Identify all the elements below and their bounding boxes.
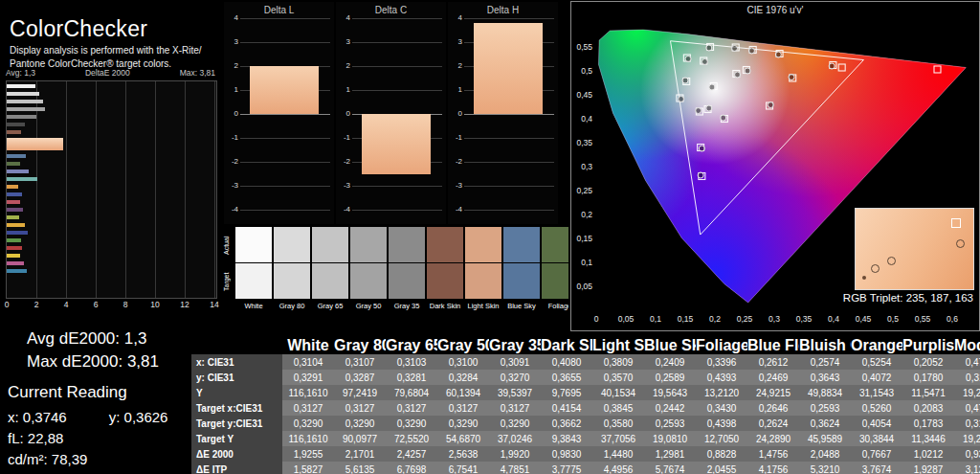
patch-target-swatch — [350, 263, 387, 299]
table-cell: 6,7541 — [437, 462, 489, 474]
table-cell: 3,7775 — [541, 462, 592, 474]
patch-gray-35[interactable]: Gray 35 — [389, 227, 425, 316]
table-cell: 0,2469 — [747, 370, 799, 385]
table-cell: 12,7050 — [696, 431, 747, 446]
y-readout: y: 0,3626 — [109, 409, 168, 425]
table-cell: 1,4756 — [747, 446, 799, 462]
table-cell: 1,4480 — [592, 446, 644, 462]
patch-white[interactable]: White — [235, 227, 272, 316]
svg-text:0,15: 0,15 — [576, 234, 592, 243]
gridline — [352, 18, 442, 19]
table-cell: 4,7851 — [489, 462, 541, 474]
table-cell: 37,0246 — [489, 431, 541, 446]
patch-target-swatch — [389, 263, 425, 299]
x-tick-label: 0 — [5, 300, 10, 309]
rgb-triplet-readout: RGB Triplet: 235, 187, 163 — [843, 292, 973, 304]
deltae-bar-red — [7, 246, 22, 250]
patch-foliage[interactable]: Foliage — [542, 227, 568, 316]
table-cell: 0,3845 — [592, 400, 644, 416]
gridline — [352, 42, 442, 43]
x-tick-label: 6 — [94, 300, 99, 309]
y-tick-label: 2 — [337, 61, 350, 70]
table-cell: 6,7698 — [386, 462, 437, 474]
deltae-bar-white — [7, 84, 35, 88]
patch-actual-swatch — [465, 227, 501, 262]
gridline — [464, 18, 554, 19]
row-label: Target Y — [191, 431, 282, 446]
row-label: Y — [191, 385, 282, 400]
table-cell: 0,3110 — [954, 370, 980, 385]
svg-text:0,25: 0,25 — [737, 314, 753, 324]
table-cell: 0,4054 — [851, 416, 902, 431]
table-cell: 0,3270 — [489, 370, 541, 385]
x-tick-label: 4 — [64, 300, 69, 309]
deltae-x-axis: 02468101214 — [6, 300, 215, 311]
y-tick-label: 3 — [337, 37, 350, 46]
cie-zoom-inset — [855, 208, 974, 290]
measurement-table-wrap: WhiteGray 80Gray 65Gray 50Gray 35Dark Sk… — [191, 337, 980, 474]
table-cell: 11,5471 — [902, 385, 954, 400]
inset-measurement-ring — [871, 264, 880, 273]
gridline — [464, 114, 554, 115]
table-cell: 1,5827 — [282, 462, 334, 474]
y-tick-label: -2 — [449, 157, 462, 166]
patch-light-skin[interactable]: Light Skin — [465, 227, 501, 316]
x-tick-label: 14 — [210, 300, 218, 309]
table-cell: 0,3290 — [437, 416, 489, 431]
deltae-bar-purplish-blue — [7, 192, 22, 196]
target-row-label: Target — [223, 265, 234, 299]
table-cell: 72,5520 — [386, 431, 437, 446]
gridline — [352, 66, 442, 67]
patch-label: Light Skin — [465, 299, 501, 310]
row-label: y: CIE31 — [191, 370, 282, 385]
svg-text:0,05: 0,05 — [576, 282, 592, 291]
svg-text:0,2: 0,2 — [581, 210, 592, 219]
deltae-chart-title: DeltaE 2000 — [85, 68, 130, 78]
deltae-bar-black — [7, 123, 25, 126]
deltae-bar-chart — [6, 80, 217, 299]
table-cell: 4,4956 — [592, 462, 644, 474]
patch-dark-skin[interactable]: Dark Skin — [427, 227, 463, 316]
y-tick-label: -4 — [225, 205, 238, 214]
svg-text:0,25: 0,25 — [576, 186, 592, 195]
table-cell: 5,6135 — [334, 462, 386, 474]
svg-text:0,4: 0,4 — [828, 314, 839, 324]
gridline — [464, 186, 554, 187]
colorchecker-app: ColorChecker Display analysis is perform… — [0, 0, 980, 474]
svg-text:0,1: 0,1 — [650, 314, 661, 324]
patch-actual-swatch — [427, 227, 463, 262]
table-cell: 0,3091 — [489, 354, 541, 370]
table-cell: 0,3100 — [437, 354, 489, 370]
table-cell: 0,3104 — [282, 354, 334, 370]
deltae-bar-blue-flower — [7, 169, 29, 173]
svg-text:0,5: 0,5 — [887, 314, 899, 324]
table-cell: 0,4393 — [696, 370, 747, 385]
patch-gray-65[interactable]: Gray 65 — [312, 227, 348, 316]
fl-readout: fL: 22,88 — [8, 430, 63, 446]
patch-label: Gray 35 — [389, 299, 425, 310]
patch-target-swatch — [274, 263, 310, 299]
table-cell: 11,3446 — [902, 431, 954, 446]
svg-text:0,3: 0,3 — [581, 162, 592, 171]
delta-l-plot: 43210-1-2-3-4 — [240, 18, 330, 211]
table-cell: 0,3124 — [954, 416, 980, 431]
deltae-bar-magenta — [7, 261, 24, 265]
patch-gray-80[interactable]: Gray 80 — [274, 227, 310, 316]
deltae-bar-dark-skin — [7, 130, 21, 134]
column-header: Bluish Green — [799, 337, 851, 354]
patch-blue-sky[interactable]: Blue Sky — [503, 227, 540, 316]
table-row: Y116,161097,241979,680460,139439,53979,7… — [191, 385, 980, 400]
deltae-bar-gray-50 — [7, 107, 45, 111]
table-cell: 5,7674 — [644, 462, 696, 474]
table-cell: 60,1394 — [437, 385, 489, 400]
svg-text:0,4: 0,4 — [581, 114, 592, 124]
table-cell: 49,8834 — [799, 385, 851, 400]
y-tick-label: -2 — [337, 157, 350, 166]
gridline — [464, 162, 554, 163]
delta-h-title: Delta H — [448, 2, 558, 15]
column-header: Moderate Red — [954, 337, 980, 354]
table-cell: 0,4764 — [954, 354, 980, 370]
patch-gray-50[interactable]: Gray 50 — [350, 227, 387, 316]
column-header: Blue Flower — [747, 337, 799, 354]
column-header: White — [282, 337, 334, 354]
